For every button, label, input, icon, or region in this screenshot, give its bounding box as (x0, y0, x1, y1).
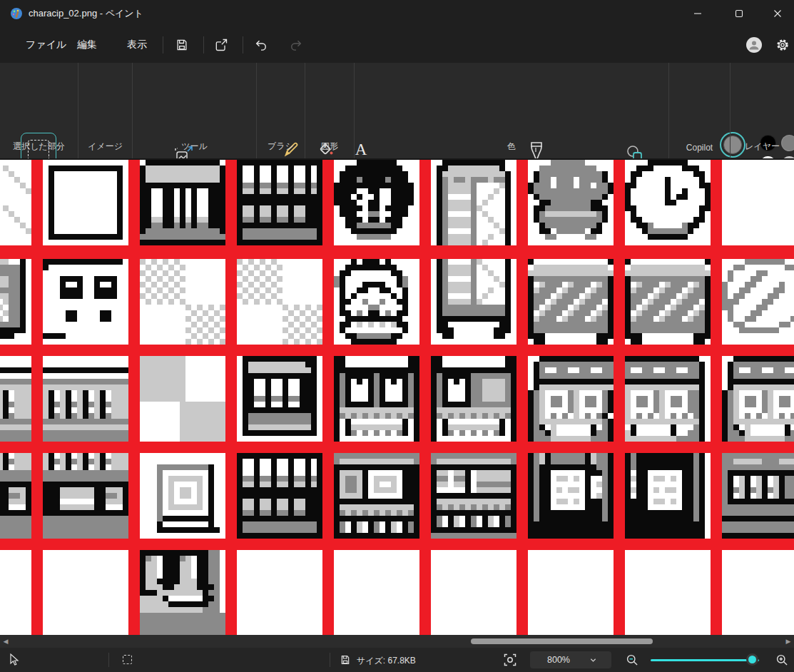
minimize-button[interactable] (681, 0, 714, 27)
file-size-label: サイズ: 67.8KB (357, 655, 416, 667)
redo-icon (289, 38, 303, 52)
cursor-icon (9, 653, 20, 666)
image-group-label: イメージ (78, 141, 132, 153)
divider (203, 36, 204, 54)
titlebar: characip_02.png - ペイント (0, 0, 794, 27)
shapes-group-label: 図形 (305, 141, 354, 153)
scroll-left-arrow-icon[interactable]: ◀ (1, 637, 10, 646)
account-button[interactable] (742, 34, 766, 56)
group-tools: A ツール (133, 63, 257, 158)
layers-group-label: レイヤー (731, 141, 794, 153)
divider (243, 36, 243, 54)
paint-app-icon (10, 7, 23, 20)
close-button[interactable] (761, 0, 794, 27)
share-button[interactable] (209, 34, 233, 56)
selection-group-label: 選択した部分 (0, 141, 78, 153)
selection-size-icon (123, 655, 132, 664)
save-icon (175, 38, 189, 52)
share-icon (214, 38, 228, 52)
maximize-button[interactable] (723, 0, 755, 27)
chevron-down-icon (590, 657, 596, 663)
scrollbar-thumb[interactable] (471, 638, 653, 644)
group-brushes: ブラシ (257, 63, 305, 158)
window-title: characip_02.png - ペイント (29, 7, 143, 20)
scroll-right-arrow-icon[interactable]: ▶ (784, 637, 793, 646)
ribbon-toolbar: 選択した部分 イメージ (0, 63, 794, 158)
redo-button[interactable] (284, 34, 308, 56)
zoom-level-dropdown[interactable]: 800% (530, 651, 611, 668)
colors-group-label: 色 (355, 141, 668, 153)
statusbar: サイズ: 67.8KB 800% (0, 648, 794, 672)
group-copilot: Copilot (669, 63, 731, 158)
file-size-icon (340, 654, 351, 666)
fit-screen-icon[interactable] (504, 653, 516, 666)
group-selection: 選択した部分 (0, 63, 78, 158)
menu-edit[interactable]: 編集 (68, 35, 106, 55)
brushes-group-label: ブラシ (257, 141, 305, 153)
menu-file[interactable]: ファイル (17, 35, 75, 55)
tools-group-label: ツール (133, 141, 256, 153)
zoom-level-value: 800% (547, 655, 570, 665)
copilot-group-label: Copilot (669, 143, 730, 153)
save-button[interactable] (170, 34, 194, 56)
group-colors: + 色 (355, 63, 669, 158)
settings-button[interactable] (770, 34, 794, 56)
settings-gear-icon (775, 38, 790, 52)
paint-window: characip_02.png - ペイント ファイル 編集 表示 (0, 0, 794, 672)
undo-icon (254, 38, 268, 52)
divider (163, 36, 163, 54)
zoom-in-icon[interactable] (775, 653, 789, 667)
divider (108, 653, 109, 667)
horizontal-scrollbar[interactable]: ◀ ▶ (0, 635, 794, 648)
group-layers: レイヤー (731, 63, 794, 158)
zoom-slider[interactable] (651, 659, 759, 661)
zoom-out-icon[interactable] (625, 653, 639, 667)
group-shapes: 図形 (305, 63, 355, 158)
paint-canvas[interactable] (0, 160, 794, 635)
group-image: イメージ (78, 63, 133, 158)
divider (330, 653, 330, 667)
menubar: ファイル 編集 表示 (0, 27, 794, 63)
zoom-slider-thumb[interactable] (746, 653, 758, 666)
canvas-area (0, 158, 794, 635)
menu-view[interactable]: 表示 (118, 35, 156, 55)
account-icon (745, 36, 763, 54)
undo-button[interactable] (249, 34, 273, 56)
